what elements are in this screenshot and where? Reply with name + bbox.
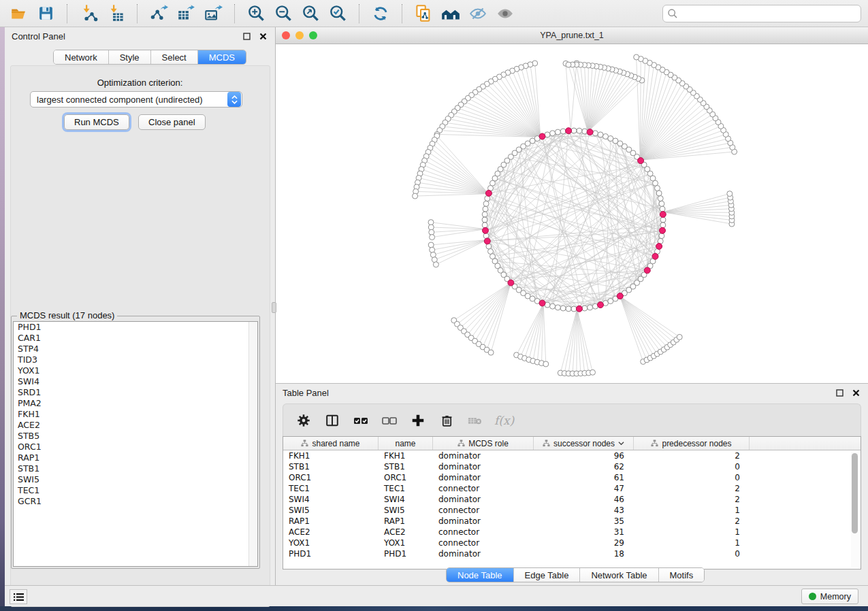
table-row[interactable]: ORC1ORC1dominator610 (283, 472, 861, 483)
table-cell[interactable]: connector (433, 538, 534, 548)
network-node[interactable] (483, 233, 489, 239)
table-scrollbar-thumb[interactable] (852, 453, 858, 533)
mcds-result-item[interactable]: ORC1 (14, 442, 257, 452)
mcds-result-item[interactable]: PHD1 (14, 322, 257, 333)
network-node[interactable] (634, 54, 639, 60)
export-table-button[interactable] (174, 3, 197, 24)
network-node[interactable] (660, 222, 666, 228)
table-cell[interactable]: STB1 (379, 461, 433, 472)
mcds-hub-node[interactable] (566, 128, 572, 134)
network-node[interactable] (571, 128, 577, 133)
table-cell[interactable]: dominator (433, 494, 534, 505)
network-node[interactable] (543, 361, 549, 367)
network-node[interactable] (658, 196, 663, 201)
mcds-result-item[interactable]: CAR1 (14, 333, 257, 344)
table-cell[interactable]: 0 (634, 461, 750, 472)
mcds-hub-node[interactable] (508, 280, 514, 286)
network-node[interactable] (550, 303, 556, 309)
network-node[interactable] (660, 206, 665, 212)
column-header-successor-nodes[interactable]: successor nodes (534, 437, 634, 450)
table-scrollbar[interactable] (851, 452, 858, 567)
table-cell[interactable]: 1 (634, 538, 750, 548)
network-node[interactable] (588, 305, 593, 310)
network-node[interactable] (566, 306, 571, 312)
mcds-result-item[interactable]: SWI5 (14, 474, 257, 485)
delete-column-button[interactable] (437, 411, 456, 430)
add-column-button[interactable] (408, 411, 428, 430)
tab-select[interactable]: Select (150, 50, 197, 64)
table-cell[interactable]: 0 (634, 472, 750, 483)
table-cell[interactable]: ORC1 (283, 472, 379, 483)
copy-network-button[interactable] (412, 3, 435, 24)
table-cell[interactable]: ORC1 (379, 472, 433, 483)
network-node[interactable] (430, 235, 435, 240)
table-cell[interactable]: TEC1 (283, 483, 379, 494)
table-cell[interactable]: connector (433, 527, 534, 538)
table-cell[interactable]: dominator (433, 450, 534, 461)
zoom-selected-button[interactable] (326, 3, 349, 24)
mcds-result-item[interactable]: TID3 (14, 354, 257, 365)
select-all-columns-button[interactable] (351, 411, 370, 430)
network-node[interactable] (677, 334, 682, 340)
mcds-result-item[interactable]: SRD1 (14, 387, 257, 398)
table-cell[interactable]: RAP1 (283, 516, 379, 527)
table-cell[interactable]: 46 (534, 494, 634, 505)
mcds-result-item[interactable]: RAP1 (14, 452, 257, 463)
close-panel-button-mcds[interactable]: Close panel (138, 114, 206, 130)
mcds-hub-node[interactable] (484, 238, 490, 244)
table-cell[interactable]: 2 (634, 450, 750, 461)
table-cell[interactable]: SWI5 (283, 505, 379, 516)
table-cell[interactable]: 29 (534, 538, 634, 548)
network-node[interactable] (413, 193, 418, 199)
mcds-result-item[interactable]: SWI4 (14, 376, 257, 387)
hide-selected-button[interactable] (466, 3, 489, 24)
mcds-result-list[interactable]: PHD1CAR1STP4TID3YOX1SWI4SRD1PMA2FKH1ACE2… (13, 321, 258, 567)
network-node[interactable] (656, 191, 662, 196)
table-cell[interactable]: PHD1 (379, 548, 433, 559)
tab-network-table[interactable]: Network Table (579, 568, 658, 582)
network-node[interactable] (603, 134, 609, 139)
mcds-hub-node[interactable] (660, 227, 666, 233)
table-cell[interactable]: dominator (433, 472, 534, 483)
network-node[interactable] (582, 129, 588, 134)
network-node[interactable] (482, 212, 487, 217)
tab-network[interactable]: Network (54, 50, 108, 64)
network-window-titlebar[interactable]: YPA_prune.txt_1 (276, 27, 868, 44)
table-cell[interactable]: TEC1 (379, 483, 433, 494)
open-file-button[interactable] (7, 3, 30, 24)
table-cell[interactable]: 2 (634, 494, 750, 505)
tab-mcds[interactable]: MCDS (197, 50, 246, 64)
tab-edge-table[interactable]: Edge Table (513, 568, 580, 582)
mcds-result-item[interactable]: STP4 (14, 344, 257, 354)
mcds-hub-node[interactable] (539, 133, 545, 139)
zoom-out-button[interactable] (272, 3, 295, 24)
network-node[interactable] (582, 306, 588, 311)
table-cell[interactable]: 35 (534, 516, 634, 527)
mcds-hub-node[interactable] (539, 300, 545, 306)
network-node[interactable] (430, 247, 435, 252)
first-neighbors-button[interactable] (439, 3, 462, 24)
network-node[interactable] (659, 233, 664, 239)
table-row[interactable]: RAP1RAP1dominator352 (283, 516, 861, 527)
network-node[interactable] (555, 305, 560, 310)
close-panel-button[interactable] (257, 31, 268, 42)
mcds-result-item[interactable]: FKH1 (14, 409, 257, 420)
table-cell[interactable]: 2 (634, 516, 750, 527)
network-node[interactable] (488, 350, 494, 355)
network-node[interactable] (482, 222, 487, 228)
network-node[interactable] (655, 186, 660, 191)
optimization-criterion-select[interactable]: largest connected component (undirected) (30, 91, 242, 108)
table-row[interactable]: TEC1TEC1connector472 (283, 483, 861, 494)
zoom-in-button[interactable] (244, 3, 268, 24)
memory-button[interactable]: Memory (801, 589, 858, 604)
show-all-button[interactable] (494, 3, 517, 24)
table-cell[interactable]: FKH1 (379, 450, 433, 461)
search-input[interactable] (662, 5, 861, 22)
mcds-result-item[interactable]: TEC1 (14, 485, 257, 496)
import-table-button[interactable] (104, 3, 127, 24)
network-node[interactable] (727, 191, 733, 197)
mcds-result-item[interactable]: PMA2 (14, 398, 257, 409)
export-image-button[interactable] (202, 3, 225, 24)
network-graph-canvas[interactable] (276, 44, 868, 383)
show-panels-list-button[interactable] (10, 589, 27, 604)
